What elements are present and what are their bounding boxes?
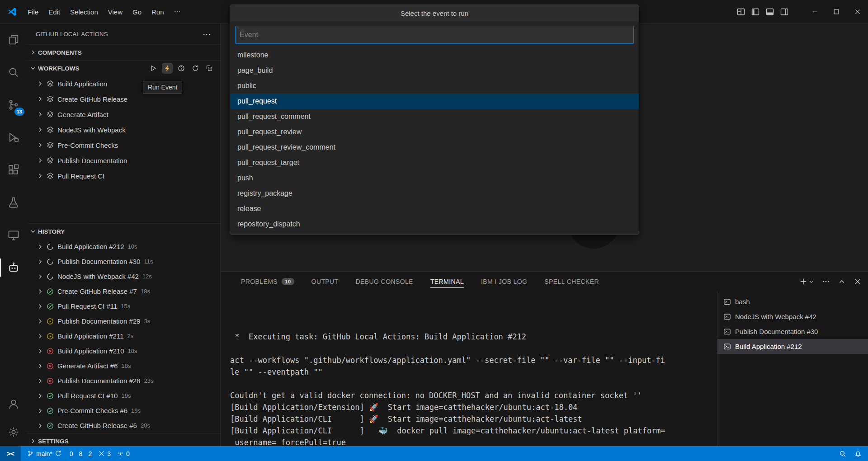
menu-item[interactable]: Go xyxy=(127,5,146,19)
quick-pick-item[interactable]: page_build xyxy=(230,63,639,78)
terminal-list-item[interactable]: Build Application #212 xyxy=(717,339,868,354)
branch-status[interactable]: main* xyxy=(27,450,61,457)
menu-item[interactable]: Edit xyxy=(43,5,65,19)
run-status-icon xyxy=(47,407,54,414)
sidebar-item-testing[interactable] xyxy=(0,186,27,219)
history-item[interactable]: Pull Request CI #10 19s xyxy=(27,388,220,403)
menu-item[interactable]: Run xyxy=(146,5,169,19)
maximize-panel-icon[interactable] xyxy=(838,278,846,286)
history-item[interactable]: Publish Documentation #29 3s xyxy=(27,314,220,329)
workflow-item[interactable]: Pull Request CI xyxy=(27,168,220,183)
history-item[interactable]: Create GitHub Release #6 20s xyxy=(27,418,220,433)
quick-pick-input[interactable] xyxy=(235,26,634,44)
layers-icon xyxy=(47,172,54,179)
quick-pick-item-label: registry_package xyxy=(237,189,292,198)
panel-tab[interactable]: TERMINAL xyxy=(430,272,464,292)
more-actions-icon[interactable]: ⋯ xyxy=(203,29,212,39)
customize-layout-icon[interactable] xyxy=(736,7,745,16)
section-history[interactable]: HISTORY xyxy=(27,223,220,239)
history-item[interactable]: Publish Documentation #30 11s xyxy=(27,254,220,269)
quick-pick-item[interactable]: pull_request_target xyxy=(230,155,639,170)
workflow-item[interactable]: NodeJS with Webpack xyxy=(27,122,220,137)
history-item[interactable]: Pull Request CI #11 15s xyxy=(27,299,220,314)
new-terminal-split[interactable] xyxy=(799,278,814,286)
sidebar-item-run-debug[interactable] xyxy=(0,121,27,154)
history-item[interactable]: NodeJS with Webpack #42 12s xyxy=(27,269,220,284)
collapse-all-button[interactable] xyxy=(204,63,215,74)
run-all-workflows-button[interactable] xyxy=(148,63,159,74)
quick-pick-item[interactable]: schedule xyxy=(230,232,639,235)
quick-pick-item[interactable]: push xyxy=(230,170,639,186)
workflow-item[interactable]: Build Application xyxy=(27,76,220,91)
menu-item[interactable]: View xyxy=(103,5,127,19)
panel-tab[interactable]: SPELL CHECKER xyxy=(544,272,599,292)
menu-item[interactable]: ⋯ xyxy=(169,5,186,19)
section-components[interactable]: COMPONENTS xyxy=(27,44,220,60)
sidebar-item-extensions[interactable] xyxy=(0,154,27,186)
terminal-list-item[interactable]: bash xyxy=(717,294,868,309)
bell-icon[interactable] xyxy=(854,450,862,457)
quick-pick-item[interactable]: pull_request_review xyxy=(230,124,639,140)
sidebar-item-settings[interactable] xyxy=(0,418,27,446)
source-control-badge: 13 xyxy=(14,108,24,116)
history-item[interactable]: Build Application #212 10s xyxy=(27,239,220,254)
close-panel-icon[interactable] xyxy=(854,278,862,286)
zoom-icon[interactable] xyxy=(839,450,846,457)
menu-item[interactable]: Selection xyxy=(65,5,103,19)
close-button[interactable] xyxy=(847,0,868,24)
terminal-list-item[interactable]: Publish Documentation #30 xyxy=(717,324,868,339)
sidebar-item-github-local-actions[interactable] xyxy=(0,251,27,284)
menu-item[interactable]: File xyxy=(23,5,43,19)
sidebar-item-remote-explorer[interactable] xyxy=(0,219,27,251)
quick-pick-item[interactable]: pull_request_comment xyxy=(230,109,639,124)
quick-pick-item[interactable]: pull_request xyxy=(230,94,639,109)
run-status-icon xyxy=(47,288,54,295)
tools-status[interactable]: 3 xyxy=(98,450,111,457)
sidebar-item-source-control[interactable]: 13 xyxy=(0,89,27,121)
workflow-item[interactable]: Publish Documentation xyxy=(27,153,220,168)
maximize-button[interactable] xyxy=(826,0,847,24)
chevron-right-icon xyxy=(37,288,44,295)
more-actions-icon[interactable] xyxy=(822,278,830,286)
sidebar-item-explorer[interactable] xyxy=(0,24,27,56)
history-item[interactable]: Publish Documentation #28 23s xyxy=(27,373,220,388)
quick-pick-item[interactable]: repository_dispatch xyxy=(230,216,639,232)
sidebar-item-search[interactable] xyxy=(0,56,27,89)
terminal-list-item[interactable]: NodeJS with Webpack #42 xyxy=(717,309,868,324)
sidebar-item-accounts[interactable] xyxy=(0,390,27,418)
chevron-right-icon xyxy=(37,157,44,164)
workflow-item[interactable]: Pre-Commit Checks xyxy=(27,137,220,153)
quick-pick-item[interactable]: registry_package xyxy=(230,186,639,201)
workflow-item[interactable]: Create GitHub Release xyxy=(27,91,220,107)
remote-indicator[interactable]: >< xyxy=(0,446,21,461)
help-button[interactable] xyxy=(176,63,187,74)
history-item-duration: 19s xyxy=(121,392,131,399)
panel-tab[interactable]: PROBLEMS 10 xyxy=(241,272,294,292)
minimize-button[interactable] xyxy=(804,0,826,24)
terminal-output[interactable]: * Executing task: GitHub Local Actions: … xyxy=(221,292,717,446)
panel-tab[interactable]: OUTPUT xyxy=(311,272,339,292)
history-item[interactable]: Pre-Commit Checks #6 19s xyxy=(27,403,220,418)
quick-pick-item[interactable]: milestone xyxy=(230,47,639,63)
panel-tab[interactable]: DEBUG CONSOLE xyxy=(356,272,413,292)
section-settings[interactable]: SETTINGS xyxy=(27,433,220,446)
workflow-item[interactable]: Generate Artifact xyxy=(27,107,220,122)
toggle-sidebar-left-icon[interactable] xyxy=(751,7,760,16)
history-item[interactable]: Generate Artifact #6 18s xyxy=(27,358,220,373)
history-item[interactable]: Create GitHub Release #7 18s xyxy=(27,284,220,299)
history-item-label: Publish Documentation #29 xyxy=(57,317,140,325)
section-workflows[interactable]: WORKFLOWS xyxy=(27,60,220,76)
toggle-panel-icon[interactable] xyxy=(765,7,774,16)
ports-status[interactable]: 0 xyxy=(117,450,130,457)
chevron-right-icon xyxy=(37,95,44,103)
history-item[interactable]: Build Application #210 18s xyxy=(27,343,220,358)
refresh-button[interactable] xyxy=(190,63,201,74)
run-event-button[interactable] xyxy=(162,63,173,74)
problems-status[interactable]: 0 8 2 xyxy=(68,450,92,457)
history-item[interactable]: Build Application #211 2s xyxy=(27,329,220,343)
panel-tab[interactable]: IBM I JOB LOG xyxy=(481,272,527,292)
quick-pick-item[interactable]: pull_request_review_comment xyxy=(230,140,639,155)
quick-pick-item[interactable]: public xyxy=(230,78,639,94)
toggle-sidebar-right-icon[interactable] xyxy=(780,7,789,16)
quick-pick-item[interactable]: release xyxy=(230,201,639,216)
